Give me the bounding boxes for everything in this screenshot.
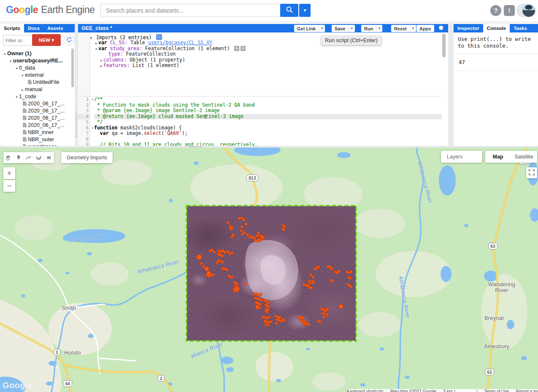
filter-scripts-input[interactable] — [3, 35, 32, 46]
sample-point[interactable] — [260, 293, 262, 295]
get-link-dropdown[interactable]: ▼ — [319, 25, 325, 32]
report-map-error-link[interactable]: Report a map error — [516, 389, 538, 392]
sample-point[interactable] — [243, 219, 245, 221]
new-script-button[interactable]: NEW ▾ — [32, 34, 61, 46]
sample-point[interactable] — [278, 316, 281, 319]
scrollbar-thumb[interactable] — [442, 34, 446, 57]
sample-point[interactable] — [246, 234, 249, 236]
tab-console[interactable]: Console — [483, 24, 510, 32]
imports-copy-icon[interactable] — [156, 34, 162, 40]
feedback-button[interactable]: ! — [504, 5, 515, 16]
sample-point[interactable] — [310, 274, 312, 276]
sample-point[interactable] — [312, 281, 315, 284]
zoom-in-button[interactable]: + — [3, 167, 15, 179]
sample-point[interactable] — [323, 316, 325, 318]
editor-settings-button[interactable] — [437, 24, 445, 32]
sample-point[interactable] — [350, 271, 352, 273]
sample-point[interactable] — [268, 316, 270, 318]
pan-tool-button[interactable] — [3, 152, 14, 163]
layers-button[interactable]: Layers — [441, 151, 482, 163]
sample-point[interactable] — [258, 306, 261, 309]
editor-scrollbar[interactable] — [442, 34, 446, 81]
sample-point[interactable] — [268, 305, 270, 308]
sample-point[interactable] — [230, 228, 232, 230]
sample-point[interactable] — [213, 251, 216, 253]
save-button[interactable]: Save — [332, 25, 349, 32]
save-dropdown[interactable]: ▼ — [349, 25, 355, 32]
sample-point[interactable] — [350, 285, 352, 288]
sample-point[interactable] — [226, 268, 228, 271]
geometry-imports-button[interactable]: Geometry Imports — [61, 152, 113, 163]
tree-item[interactable]: NBR_inner — [0, 129, 75, 136]
apps-button[interactable]: Apps — [416, 25, 434, 32]
code-line[interactable]: function maskS2clouds(image) { — [94, 125, 442, 131]
sample-point[interactable] — [222, 261, 224, 263]
sample-point[interactable] — [211, 249, 214, 251]
sample-point[interactable] — [327, 308, 329, 310]
reset-dropdown[interactable]: ▼ — [410, 25, 416, 32]
reset-button[interactable]: Reset — [391, 25, 410, 32]
collapsed-arrow-icon[interactable]: ▶ — [99, 64, 103, 70]
zoom-out-button[interactable]: − — [3, 180, 15, 192]
search-dropdown-button[interactable]: ▼ — [299, 4, 311, 17]
sample-point[interactable] — [236, 283, 238, 286]
tab-scripts[interactable]: Scripts — [0, 24, 24, 32]
sample-point[interactable] — [260, 239, 262, 242]
sample-point[interactable] — [216, 261, 219, 264]
tab-inspector[interactable]: Inspector — [454, 24, 483, 32]
search-input[interactable] — [100, 4, 285, 17]
scripts-scrollbar[interactable] — [71, 48, 74, 87]
sample-point[interactable] — [229, 252, 231, 255]
sample-point[interactable] — [205, 267, 209, 271]
help-button[interactable]: ? — [490, 5, 501, 16]
map-viewport[interactable]: Fawcett LakeAthabasca RiverAthabasca Riv… — [0, 148, 538, 392]
tree-item[interactable]: 2020_06_17_... — [0, 122, 75, 129]
sample-point[interactable] — [317, 266, 320, 268]
sample-point[interactable] — [241, 226, 243, 228]
expand-arrow-icon[interactable]: ▾ — [3, 51, 7, 58]
tree-item[interactable]: ▾1_code — [0, 93, 75, 100]
code-line[interactable]: // Bits 10 and 11 are clouds and cirrus,… — [94, 142, 442, 146]
tree-item[interactable]: ▾0_data — [0, 64, 75, 72]
sample-point[interactable] — [245, 223, 247, 226]
sample-point[interactable] — [197, 255, 202, 260]
expand-arrow-icon[interactable]: ▾ — [8, 58, 13, 65]
sample-point[interactable] — [267, 324, 269, 327]
expand-arrow-icon[interactable]: ▾ — [20, 72, 25, 79]
tree-item[interactable]: ▾users/bgcasey/RE... — [0, 57, 75, 64]
tree-item[interactable]: 2020_06_17_... — [0, 115, 75, 122]
sample-point[interactable] — [238, 217, 241, 220]
sample-point[interactable] — [200, 262, 203, 265]
code-line[interactable]: /** — [94, 97, 442, 102]
import-target-icon[interactable] — [241, 46, 246, 51]
sample-point[interactable] — [331, 268, 333, 270]
sample-point[interactable] — [260, 299, 263, 301]
sample-point[interactable] — [241, 233, 244, 235]
import-row[interactable]: ▶var CL_SS: Table users/bgcasey/CL_SS_XY — [94, 40, 212, 46]
expand-arrow-icon[interactable]: ▼ — [94, 47, 98, 53]
import-row[interactable]: ▶features: List (1 element) — [99, 63, 179, 69]
avatar[interactable] — [522, 4, 535, 17]
sample-point[interactable] — [275, 322, 278, 325]
sample-point[interactable] — [308, 280, 311, 282]
sample-point[interactable] — [284, 226, 286, 228]
tab-tasks[interactable]: Tasks — [510, 24, 531, 32]
sample-point[interactable] — [227, 250, 229, 253]
sample-point[interactable] — [331, 280, 334, 282]
map-type-map-button[interactable]: Map — [485, 151, 511, 163]
code-line[interactable]: * Function to mask clouds using the Sent… — [94, 102, 442, 108]
sample-point[interactable] — [266, 311, 268, 313]
panel-divider-left[interactable] — [75, 24, 78, 146]
fold-arrow-icon[interactable]: ▾ — [92, 97, 94, 102]
code-line[interactable]: */ — [94, 119, 442, 125]
sample-point[interactable] — [231, 236, 233, 238]
sample-point[interactable] — [240, 229, 243, 232]
tree-item[interactable]: 2020_06_17_... — [0, 107, 75, 115]
sample-point[interactable] — [267, 301, 269, 304]
sample-point[interactable] — [254, 239, 257, 242]
import-row[interactable]: type: FeatureCollection — [104, 51, 176, 57]
tree-item[interactable]: UntitledFile — [0, 79, 75, 86]
sample-point[interactable] — [212, 274, 214, 276]
code-line[interactable] — [94, 137, 442, 142]
collapsed-arrow-icon[interactable]: ▸ — [20, 86, 25, 94]
